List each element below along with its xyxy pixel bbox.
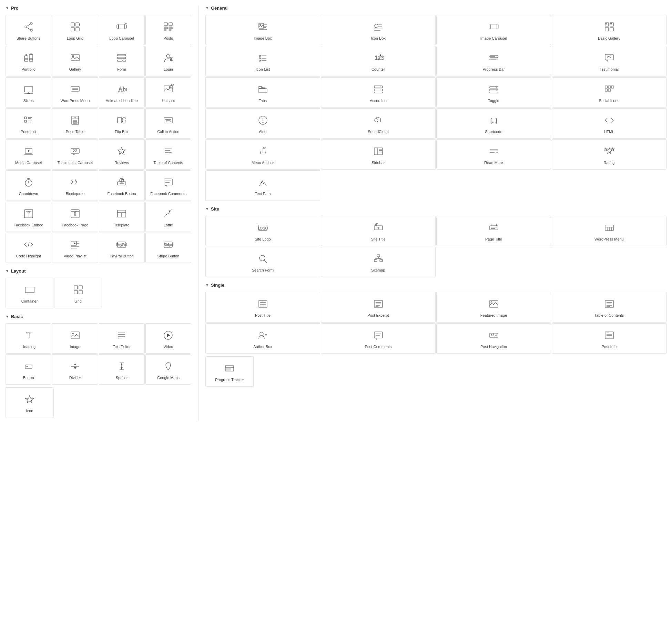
widget-portfolio[interactable]: Portfolio: [6, 46, 51, 76]
widget-progress-bar[interactable]: Progress Bar: [436, 46, 551, 76]
widget-testimonial[interactable]: Testimonial: [552, 46, 666, 76]
widget-price-table[interactable]: $ Price Table: [52, 108, 98, 139]
widget-call-to-action[interactable]: Call to Action: [145, 108, 191, 139]
widget-site-logo[interactable]: LOGO Site Logo: [205, 216, 320, 246]
widget-featured-image[interactable]: Featured Image: [436, 292, 551, 322]
widget-site-title[interactable]: T Site Title: [321, 216, 436, 246]
icon-box-icon: [372, 21, 385, 33]
widget-countdown[interactable]: Countdown: [6, 170, 51, 201]
widget-accordion[interactable]: Accordion: [321, 77, 436, 108]
page-title-icon: [488, 222, 500, 234]
widget-text-editor-label: Text Editor: [113, 344, 131, 349]
widget-facebook-embed[interactable]: f Facebook Embed: [6, 202, 51, 232]
widget-image-carousel[interactable]: Image Carousel: [436, 15, 551, 45]
widget-template[interactable]: Template: [99, 202, 145, 232]
widget-soundcloud[interactable]: SoundCloud: [321, 108, 436, 139]
widget-loop-grid[interactable]: Loop Grid: [52, 15, 98, 45]
widget-facebook-button[interactable]: Facebook Button: [99, 170, 145, 201]
widget-author-box-label: Author Box: [253, 344, 272, 349]
widget-paypal[interactable]: PayPal PayPal Button: [99, 233, 145, 263]
widget-post-info[interactable]: Post Info: [552, 323, 666, 354]
widget-price-list[interactable]: Price List: [6, 108, 51, 139]
widget-post-comments[interactable]: Post Comments: [321, 323, 436, 354]
svg-text:Abc: Abc: [118, 86, 127, 93]
widget-slides[interactable]: Slides: [6, 77, 51, 108]
widget-rating-label: Rating: [604, 160, 615, 165]
widget-button-label: Button: [23, 375, 34, 380]
widget-blockquote[interactable]: Blockquote: [52, 170, 98, 201]
widget-gallery[interactable]: Gallery: [52, 46, 98, 76]
widget-reviews[interactable]: Reviews: [99, 139, 145, 170]
widget-progress-tracker-label: Progress Tracker: [215, 377, 244, 382]
widget-login[interactable]: Login: [145, 46, 191, 76]
widget-code-highlight[interactable]: Code Highlight: [6, 233, 51, 263]
widget-hotspot[interactable]: Hotspot: [145, 77, 191, 108]
widget-table-of-contents[interactable]: Table of Contents: [145, 139, 191, 170]
svg-rect-173: [259, 86, 262, 89]
widget-container[interactable]: Container: [6, 278, 53, 308]
widget-toc-single[interactable]: Table of Contents: [552, 292, 666, 322]
widget-post-excerpt[interactable]: Post Excerpt: [321, 292, 436, 322]
widget-tabs[interactable]: Tabs: [205, 77, 320, 108]
widget-post-title[interactable]: T Post Title: [205, 292, 320, 322]
widget-divider[interactable]: Divider: [52, 354, 98, 385]
widget-media-carousel[interactable]: Media Carousel: [6, 139, 51, 170]
widget-button[interactable]: Button: [6, 354, 51, 385]
widget-text-editor[interactable]: Text Editor: [99, 323, 145, 354]
widget-menu-anchor[interactable]: Menu Anchor: [205, 139, 320, 170]
widget-share-buttons[interactable]: Share Buttons: [6, 15, 51, 45]
widget-read-more[interactable]: Read More: [436, 139, 551, 170]
widget-html[interactable]: HTML: [552, 108, 666, 139]
svg-point-157: [610, 23, 611, 24]
widget-sidebar[interactable]: Sidebar: [321, 139, 436, 170]
widget-wordpress-menu[interactable]: WordPress Menu: [52, 77, 98, 108]
widget-post-navigation[interactable]: Post Navigation: [436, 323, 551, 354]
widget-spacer[interactable]: Spacer: [99, 354, 145, 385]
widget-icon[interactable]: Icon: [6, 387, 54, 418]
widget-counter[interactable]: 123 Counter: [321, 46, 436, 76]
widget-heading[interactable]: T Heading: [6, 323, 51, 354]
widget-google-maps[interactable]: Google Maps: [145, 354, 191, 385]
widget-video[interactable]: Video: [145, 323, 191, 354]
widget-alert[interactable]: Alert: [205, 108, 320, 139]
widget-facebook-comments[interactable]: Facebook Comments: [145, 170, 191, 201]
widget-search-form[interactable]: Search Form: [205, 247, 320, 277]
widget-author-box[interactable]: Author Box: [205, 323, 320, 354]
price-list-icon: [22, 114, 35, 126]
widget-basic-gallery[interactable]: Basic Gallery: [552, 15, 666, 45]
post-comments-icon: [372, 329, 385, 341]
widget-flip-box[interactable]: Flip Box: [99, 108, 145, 139]
svg-rect-26: [71, 54, 79, 61]
widget-text-path[interactable]: Text Path: [205, 170, 320, 201]
widget-video-playlist[interactable]: Video Playlist: [52, 233, 98, 263]
general-grid: Image Box Icon Box Image Carousel: [205, 15, 666, 201]
widget-icon-box[interactable]: Icon Box: [321, 15, 436, 45]
widget-image[interactable]: Image: [52, 323, 98, 354]
widget-progress-tracker[interactable]: Progress Tracker: [205, 356, 254, 387]
menu-anchor-icon: [257, 145, 269, 157]
widget-loop-carousel[interactable]: Loop Carousel: [99, 15, 145, 45]
widget-stripe[interactable]: Stripe Stripe Button: [145, 233, 191, 263]
widget-page-title[interactable]: Page Title: [436, 216, 551, 246]
widget-lottie[interactable]: Lottie: [145, 202, 191, 232]
svg-point-0: [30, 22, 32, 24]
widget-sitemap[interactable]: Sitemap: [321, 247, 436, 277]
widget-shortcode[interactable]: [...] Shortcode: [436, 108, 551, 139]
widget-testimonial-carousel[interactable]: Testimonial Carousel: [52, 139, 98, 170]
section-basic: ▼ Basic: [6, 314, 191, 319]
svg-rect-116: [74, 290, 78, 294]
widget-icon-list[interactable]: Icon List: [205, 46, 320, 76]
widget-image-box[interactable]: Image Box: [205, 15, 320, 45]
widget-animated-headline[interactable]: Abc Animated Headline: [99, 77, 145, 108]
facebook-button-icon: [115, 176, 128, 188]
widget-wordpress-menu-site[interactable]: WordPress Menu: [552, 216, 666, 246]
widget-facebook-page[interactable]: f Facebook Page: [52, 202, 98, 232]
svg-rect-41: [71, 86, 79, 91]
widget-social-icons[interactable]: Social Icons: [552, 77, 666, 108]
widget-grid[interactable]: Grid: [54, 278, 102, 308]
widget-posts[interactable]: Posts: [145, 15, 191, 45]
widget-form[interactable]: Form: [99, 46, 145, 76]
widget-rating[interactable]: Rating: [552, 139, 666, 170]
widget-container-label: Container: [21, 299, 38, 304]
widget-toggle[interactable]: Toggle: [436, 77, 551, 108]
